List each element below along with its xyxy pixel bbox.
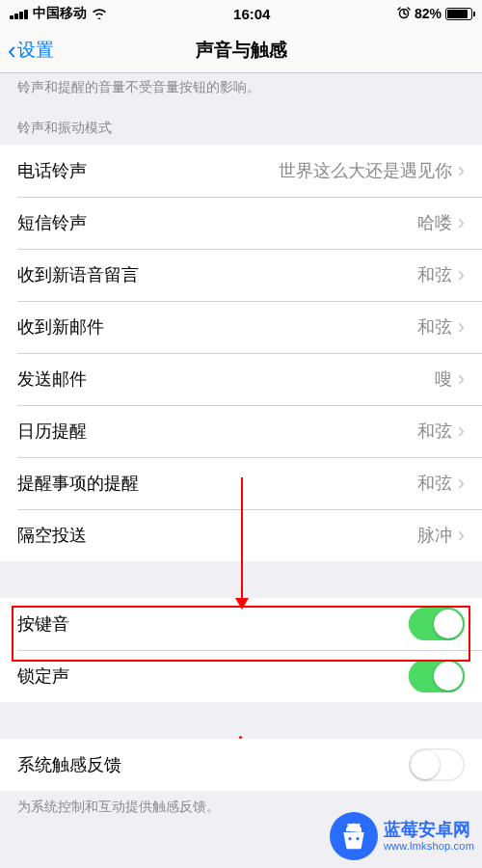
back-button[interactable]: ‹ 设置 (8, 38, 54, 63)
sound-toggle-list: 按键音 锁定声 (0, 598, 482, 702)
section-header-ringtones: 铃声和振动模式 (0, 100, 482, 145)
row-label: 锁定声 (17, 665, 69, 688)
chevron-right-icon: › (458, 471, 465, 496)
system-haptics-switch[interactable] (409, 748, 465, 781)
clock: 16:04 (233, 6, 270, 22)
row-label: 发送邮件 (17, 367, 87, 391)
annotation-dot (239, 736, 242, 739)
svg-point-2 (356, 837, 359, 840)
row-sent-mail[interactable]: 发送邮件 嗖 › (0, 353, 482, 405)
row-text-tone[interactable]: 短信铃声 哈喽 › (0, 197, 482, 249)
svg-point-3 (347, 824, 350, 827)
watermark: 蓝莓安卓网 www.lmkshop.com (330, 812, 474, 860)
row-value: 嗖 (435, 367, 452, 391)
row-value: 和弦 (417, 263, 452, 286)
row-value: 和弦 (417, 420, 452, 443)
row-keyboard-clicks: 按键音 (0, 598, 482, 650)
chevron-right-icon: › (458, 262, 465, 287)
chevron-right-icon: › (458, 158, 465, 183)
row-label: 收到新语音留言 (17, 263, 139, 286)
row-reminder[interactable]: 提醒事项的提醒 和弦 › (0, 457, 482, 509)
row-value: 世界这么大还是遇见你 (279, 159, 452, 182)
row-label: 电话铃声 (17, 159, 87, 182)
row-value: 哈喽 (417, 211, 452, 234)
nav-bar: ‹ 设置 声音与触感 (0, 27, 482, 73)
chevron-left-icon: ‹ (8, 38, 16, 63)
ringtone-list: 电话铃声 世界这么大还是遇见你 › 短信铃声 哈喽 › 收到新语音留言 和弦 ›… (0, 145, 482, 561)
page-title: 声音与触感 (196, 38, 287, 63)
chevron-right-icon: › (458, 210, 465, 235)
alarm-icon (397, 6, 411, 22)
row-voicemail[interactable]: 收到新语音留言 和弦 › (0, 249, 482, 301)
row-label: 短信铃声 (17, 211, 87, 234)
carrier-label: 中国移动 (33, 5, 87, 22)
chevron-right-icon: › (458, 419, 465, 444)
row-label: 隔空投送 (17, 524, 87, 547)
watermark-title: 蓝莓安卓网 (384, 820, 474, 840)
row-calendar[interactable]: 日历提醒 和弦 › (0, 405, 482, 457)
status-bar: 中国移动 16:04 82% (0, 0, 482, 27)
row-label: 系统触感反馈 (17, 753, 121, 776)
row-value: 脉冲 (417, 524, 452, 547)
row-value: 和弦 (417, 315, 452, 339)
row-new-mail[interactable]: 收到新邮件 和弦 › (0, 301, 482, 353)
row-label: 收到新邮件 (17, 315, 104, 339)
svg-point-4 (358, 824, 361, 827)
status-left: 中国移动 (10, 5, 107, 22)
watermark-logo-icon (330, 812, 378, 860)
chevron-right-icon: › (458, 366, 465, 392)
back-label: 设置 (17, 38, 54, 63)
lock-sound-switch[interactable] (409, 660, 465, 692)
row-value: 和弦 (417, 472, 452, 495)
row-label: 提醒事项的提醒 (17, 472, 139, 495)
battery-percent: 82% (415, 6, 442, 21)
wifi-icon (92, 6, 107, 22)
chevron-right-icon: › (458, 523, 465, 548)
svg-point-1 (348, 837, 351, 840)
volume-note: 铃声和提醒的音量不受音量按钮的影响。 (0, 73, 482, 100)
battery-icon (445, 8, 472, 20)
status-right: 82% (397, 6, 472, 22)
haptic-list: 系统触感反馈 (0, 739, 482, 791)
row-lock-sound: 锁定声 (0, 650, 482, 702)
keyboard-clicks-switch[interactable] (409, 608, 465, 640)
row-system-haptics: 系统触感反馈 (0, 739, 482, 791)
chevron-right-icon: › (458, 314, 465, 339)
row-airdrop[interactable]: 隔空投送 脉冲 › (0, 509, 482, 561)
watermark-url: www.lmkshop.com (384, 840, 474, 853)
row-ringtone[interactable]: 电话铃声 世界这么大还是遇见你 › (0, 145, 482, 197)
signal-icon (10, 8, 28, 19)
row-label: 日历提醒 (17, 420, 87, 443)
row-label: 按键音 (17, 612, 69, 636)
